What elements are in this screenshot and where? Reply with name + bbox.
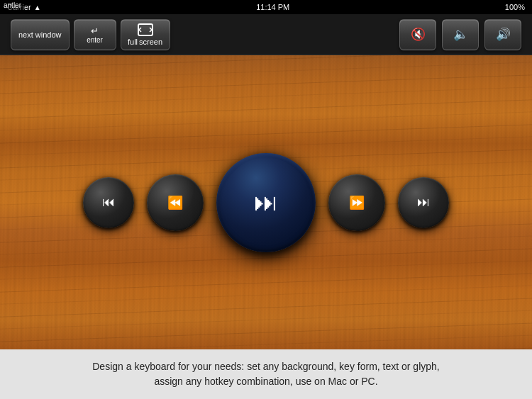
caption-line2: assign any hotkey combination, use on Ma… xyxy=(154,376,377,387)
volume-mute-button[interactable]: 🔇 xyxy=(399,19,436,50)
volume-low-button[interactable]: 🔈 xyxy=(442,19,479,50)
previous-track-icon: ⏮ xyxy=(102,195,115,210)
fast-forward-icon: ⏩ xyxy=(349,195,365,210)
play-pause-button[interactable]: ⏭ xyxy=(216,153,316,252)
app-label: antler xyxy=(0,0,25,11)
status-bar: Carrier ▲ 11:14 PM 100% xyxy=(0,0,532,14)
enter-label: enter xyxy=(87,36,103,44)
next-track-icon: ⏭ xyxy=(417,195,430,210)
rewind-icon: ⏪ xyxy=(167,195,183,210)
fullscreen-button[interactable]: full screen xyxy=(121,19,170,50)
main-content: ⏮ ⏪ ⏭ ⏩ ⏭ xyxy=(0,55,532,349)
volume-high-button[interactable]: 🔊 xyxy=(484,19,521,50)
enter-button[interactable]: ↵ enter xyxy=(74,19,116,50)
fullscreen-label1: full xyxy=(128,38,138,46)
next-window-label: next window xyxy=(18,30,62,39)
time-display: 11:14 PM xyxy=(256,3,289,11)
battery-indicator: 100% xyxy=(505,3,525,11)
fullscreen-label2: screen xyxy=(139,38,162,46)
volume-mute-icon: 🔇 xyxy=(411,27,426,42)
wifi-icon: ▲ xyxy=(34,4,41,11)
volume-low-icon: 🔈 xyxy=(453,27,468,42)
volume-high-icon: 🔊 xyxy=(496,27,511,42)
rewind-button[interactable]: ⏪ xyxy=(147,174,204,231)
caption-line1: Design a keyboard for your needs: set an… xyxy=(92,361,439,372)
fast-forward-button[interactable]: ⏩ xyxy=(328,174,385,231)
toolbar: next window ↵ enter full screen 🔇 🔈 🔊 xyxy=(0,14,532,55)
toolbar-left-group: next window ↵ enter full screen xyxy=(11,19,170,50)
fullscreen-icon xyxy=(138,23,153,36)
enter-icon: ↵ xyxy=(91,26,99,36)
caption-bar: Design a keyboard for your needs: set an… xyxy=(0,349,532,399)
play-pause-icon: ⏭ xyxy=(254,189,278,216)
previous-track-button[interactable]: ⏮ xyxy=(83,177,134,228)
caption-text: Design a keyboard for your needs: set an… xyxy=(92,359,439,389)
media-controls: ⏮ ⏪ ⏭ ⏩ ⏭ xyxy=(83,153,449,252)
app-name: antler xyxy=(4,1,21,9)
next-track-button[interactable]: ⏭ xyxy=(398,177,449,228)
svg-rect-0 xyxy=(138,24,153,35)
next-window-button[interactable]: next window xyxy=(11,19,70,50)
toolbar-right-group: 🔇 🔈 🔊 xyxy=(399,19,521,50)
